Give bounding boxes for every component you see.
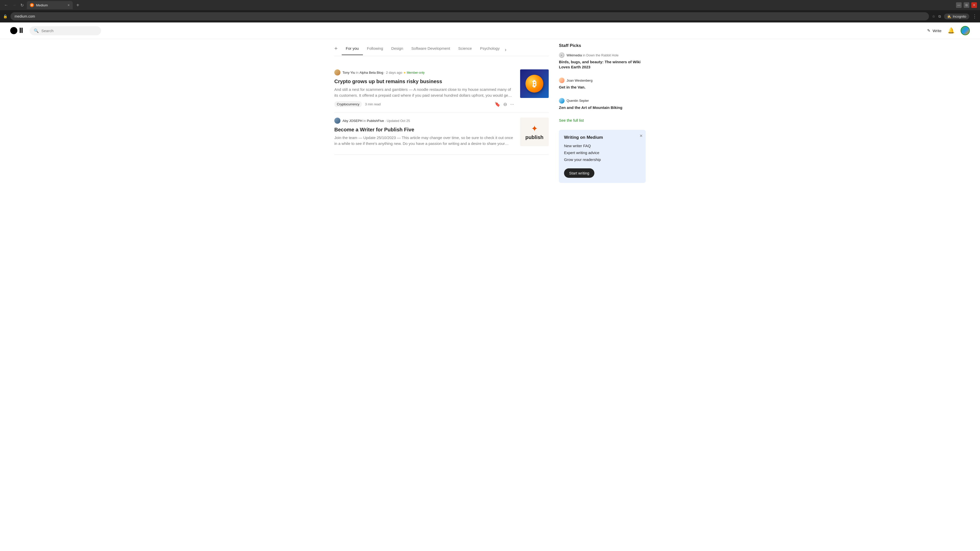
staff-picks-title: Staff Picks bbox=[559, 43, 646, 48]
grow-readership-link[interactable]: Grow your readership bbox=[564, 157, 641, 162]
search-icon: 🔍 bbox=[34, 28, 39, 33]
pick-author-meta-1: Wikimedia in Down the Rabbit Hole bbox=[566, 53, 619, 57]
search-bar[interactable]: 🔍 Search bbox=[30, 26, 101, 35]
staff-pick-1: W Wikimedia in Down the Rabbit Hole Bird… bbox=[559, 52, 646, 73]
notification-button[interactable]: 🔔 bbox=[948, 27, 955, 34]
article-title-2[interactable]: Become a Writer for Publish Five bbox=[334, 126, 514, 133]
write-icon: ✎ bbox=[927, 28, 931, 33]
write-button[interactable]: ✎ Write bbox=[927, 28, 942, 33]
search-placeholder: Search bbox=[41, 29, 54, 33]
pick-title-1[interactable]: Birds, bugs, and beauty: The winners of … bbox=[559, 59, 646, 69]
tab-for-you[interactable]: For you bbox=[342, 44, 363, 55]
logo-circle bbox=[10, 27, 18, 34]
author-avatar-2 bbox=[334, 118, 340, 124]
close-btn[interactable]: ✕ bbox=[971, 2, 977, 8]
pick-title-2[interactable]: Get in the Van. bbox=[559, 85, 646, 90]
medium-logo[interactable]: ⏸ bbox=[10, 27, 24, 34]
pick-author-3: Quentin Septer bbox=[559, 98, 646, 103]
more-topics-arrow[interactable]: › bbox=[505, 47, 507, 52]
nav-back-btn[interactable]: ← bbox=[3, 2, 9, 8]
article-tag-1[interactable]: Cryptocurrency bbox=[334, 101, 362, 107]
feed-tabs: + For you Following Design Software Deve… bbox=[334, 39, 549, 56]
browser-chrome: ← → ↻ M Medium × + — ⧉ ✕ 🔒 ☆ ⧉ 🕵 Incogni… bbox=[0, 0, 980, 22]
pick-author-2: Joan Westenberg bbox=[559, 78, 646, 83]
author-name-1: Tony Yiu in Alpha Beta Blog · 2 days ago… bbox=[342, 71, 425, 75]
write-label: Write bbox=[932, 29, 942, 33]
pick-title-3[interactable]: Zen and the Art of Mountain Biking bbox=[559, 105, 646, 110]
ellipsis-icon-1: ··· bbox=[510, 102, 514, 106]
author-name-2: Aby JOSEPH in PublishFive · Updated Oct … bbox=[342, 119, 410, 123]
save-button-1[interactable]: 🔖 bbox=[495, 102, 500, 107]
bookmark-icon[interactable]: ☆ bbox=[932, 14, 935, 18]
active-browser-tab[interactable]: M Medium × bbox=[27, 1, 73, 9]
tab-close-btn[interactable]: × bbox=[68, 3, 70, 7]
add-topic-button[interactable]: + bbox=[334, 43, 342, 56]
pick-avatar-2 bbox=[559, 78, 565, 83]
article-meta-1: Tony Yiu in Alpha Beta Blog · 2 days ago… bbox=[334, 69, 514, 76]
article-footer-1: Cryptocurrency 3 min read 🔖 ⊖ ··· bbox=[334, 101, 514, 107]
tab-favicon: M bbox=[30, 3, 34, 7]
close-icon: × bbox=[640, 133, 643, 138]
medium-header: ⏸ 🔍 Search ✎ Write 🔔 bbox=[0, 22, 980, 39]
tab-title: Medium bbox=[36, 3, 65, 7]
see-full-list-link[interactable]: See the full list bbox=[559, 118, 584, 122]
pick-author-meta-3: Quentin Septer bbox=[566, 99, 589, 103]
incognito-badge: 🕵 Incognito bbox=[944, 14, 969, 19]
maximize-btn[interactable]: ⧉ bbox=[964, 2, 969, 8]
browser-menu-btn[interactable]: ⋮ bbox=[972, 14, 977, 19]
new-writer-faq-link[interactable]: New writer FAQ bbox=[564, 144, 641, 148]
feed-area: + For you Following Design Software Deve… bbox=[334, 39, 549, 183]
publish-star-icon: ✦ bbox=[531, 124, 538, 133]
bitcoin-coin-icon: ₿ bbox=[525, 75, 543, 93]
minus-circle-icon-1: ⊖ bbox=[503, 102, 507, 107]
pick-author-1: W Wikimedia in Down the Rabbit Hole bbox=[559, 52, 646, 58]
nav-refresh-btn[interactable]: ↻ bbox=[19, 2, 25, 9]
start-writing-button[interactable]: Start writing bbox=[564, 168, 594, 178]
read-time-1: 3 min read bbox=[365, 102, 380, 106]
new-tab-btn[interactable]: + bbox=[76, 1, 80, 9]
bell-icon: 🔔 bbox=[948, 27, 955, 34]
svg-text:W: W bbox=[561, 54, 563, 56]
lock-icon: 🔒 bbox=[3, 14, 7, 18]
tab-science[interactable]: Science bbox=[454, 44, 476, 55]
content-area: + For you Following Design Software Deve… bbox=[324, 39, 656, 183]
article-thumbnail-2: ✦ publish bbox=[520, 118, 549, 146]
medium-page: ⏸ 🔍 Search ✎ Write 🔔 + For you bbox=[0, 22, 980, 542]
tab-following[interactable]: Following bbox=[363, 44, 387, 55]
avatar-placeholder-1 bbox=[334, 69, 340, 76]
tab-psychology[interactable]: Psychology bbox=[476, 44, 504, 55]
browser-titlebar: ← → ↻ M Medium × + — ⧉ ✕ bbox=[0, 0, 980, 10]
user-avatar[interactable] bbox=[961, 26, 970, 35]
hide-button-1[interactable]: ⊖ bbox=[503, 102, 507, 107]
article-left-2: Aby JOSEPH in PublishFive · Updated Oct … bbox=[334, 118, 514, 149]
nav-forward-btn[interactable]: → bbox=[11, 2, 18, 8]
close-writing-card-button[interactable]: × bbox=[640, 133, 643, 139]
article-card-1: Tony Yiu in Alpha Beta Blog · 2 days ago… bbox=[334, 64, 549, 113]
article-excerpt-2: Join the team — Update 25/10/2023 — This… bbox=[334, 135, 514, 146]
article-excerpt-1: And still a nest for scammers and gamble… bbox=[334, 87, 514, 98]
article-left-1: Tony Yiu in Alpha Beta Blog · 2 days ago… bbox=[334, 69, 514, 107]
tab-design[interactable]: Design bbox=[387, 44, 407, 55]
tab-software-development[interactable]: Software Development bbox=[407, 44, 454, 55]
article-meta-2: Aby JOSEPH in PublishFive · Updated Oct … bbox=[334, 118, 514, 124]
more-button-1[interactable]: ··· bbox=[510, 102, 514, 107]
avatar-placeholder-2 bbox=[334, 118, 340, 124]
expert-writing-advice-link[interactable]: Expert writing advice bbox=[564, 151, 641, 155]
window-controls: ← → ↻ bbox=[3, 2, 25, 9]
sidebar: Staff Picks W Wikimedia in Down the Rabb… bbox=[559, 39, 646, 183]
incognito-label: Incognito bbox=[953, 14, 966, 18]
article-actions-1: 🔖 ⊖ ··· bbox=[495, 102, 514, 107]
star-icon-1: ★ bbox=[403, 71, 406, 75]
article-title-1[interactable]: Crypto grows up but remains risky busine… bbox=[334, 78, 514, 85]
browser-addressbar: 🔒 ☆ ⧉ 🕵 Incognito ⋮ bbox=[0, 10, 980, 22]
author-avatar-1 bbox=[334, 69, 340, 76]
address-bar-input[interactable] bbox=[11, 12, 929, 21]
pick-author-meta-2: Joan Westenberg bbox=[566, 79, 593, 83]
bookmark-save-icon-1: 🔖 bbox=[495, 102, 500, 107]
minimize-btn[interactable]: — bbox=[956, 2, 962, 8]
crypto-image: ₿ bbox=[520, 69, 549, 98]
pick-avatar-1: W bbox=[559, 52, 565, 58]
incognito-icon: 🕵 bbox=[947, 14, 951, 18]
staff-picks-section: Staff Picks W Wikimedia in Down the Rabb… bbox=[559, 43, 646, 123]
split-view-icon[interactable]: ⧉ bbox=[939, 14, 941, 19]
